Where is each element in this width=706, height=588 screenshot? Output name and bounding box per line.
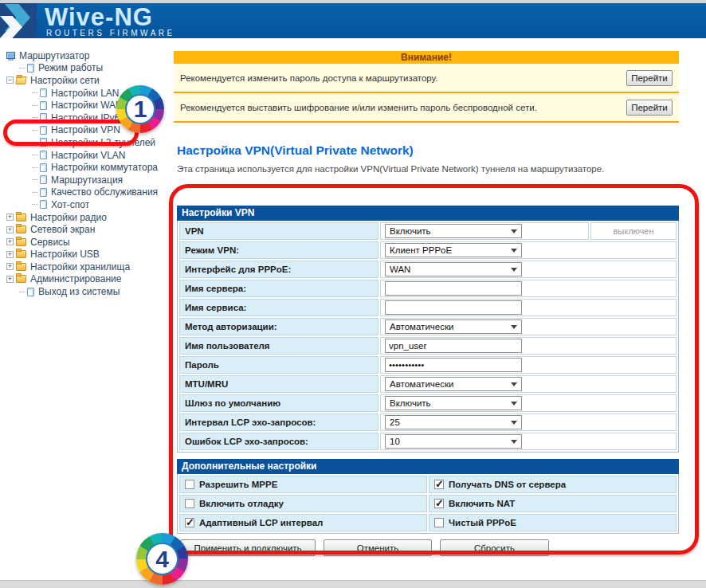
page-icon (40, 126, 47, 135)
text-input[interactable] (385, 300, 522, 315)
expand-icon[interactable]: + (6, 214, 14, 221)
field-label: Метод авторизации: (179, 318, 378, 335)
checkbox-label: Включить отладку (199, 499, 284, 508)
select-field[interactable]: Клиент PPPoE (385, 243, 522, 257)
sidebar-item[interactable]: −Настройки сети (5, 74, 172, 87)
expand-icon[interactable]: + (6, 276, 14, 283)
form-row: Имя сервера: (179, 280, 677, 297)
text-input[interactable] (385, 281, 522, 296)
tree-connector (32, 105, 38, 106)
expand-icon[interactable]: + (6, 251, 14, 258)
sidebar-tree: МаршрутизаторРежим работы−Настройки сети… (5, 49, 172, 298)
sidebar-item-label: Настройки сети (30, 75, 100, 86)
text-input[interactable] (385, 339, 522, 353)
chevron-down-icon (511, 249, 517, 253)
chevron-down-icon (511, 325, 517, 329)
select-field[interactable]: 25 (385, 415, 522, 429)
checkbox-checked-icon[interactable] (434, 499, 444, 508)
tree-connector (32, 179, 38, 180)
checkbox-cell: Получать DNS от сервера (429, 476, 677, 493)
logo-title: Wive-NG (45, 3, 153, 32)
page-icon (40, 188, 47, 197)
sidebar-item-label: Настройки радио (30, 212, 107, 223)
computer-icon (6, 52, 15, 59)
field-value-cell: Включить (380, 222, 589, 240)
tree-connector (32, 167, 38, 168)
sidebar-item-label: Настройки хранилища (30, 261, 130, 272)
select-field[interactable]: WAN (385, 262, 522, 276)
sidebar-item[interactable]: Режим работы (5, 62, 172, 75)
checkbox-label: Чистый PPPoE (449, 518, 516, 527)
sidebar-item[interactable]: Качество обслуживания (5, 186, 172, 199)
sidebar-item-label: Хот-спот (51, 199, 89, 210)
sidebar-item[interactable]: Настройки VLAN (5, 149, 172, 162)
form-row: Метод авторизации:Автоматически (179, 318, 677, 335)
sidebar-item-label: Настройки USB (30, 249, 100, 260)
notice-title: Внимание! (174, 51, 679, 64)
field-value-cell (380, 337, 677, 355)
select-field[interactable]: Включить (385, 396, 522, 410)
select-field[interactable]: Автоматически (385, 319, 522, 334)
select-value: Автоматически (390, 322, 453, 331)
go-button[interactable]: Перейти (626, 100, 673, 116)
select-value: 10 (390, 437, 400, 446)
select-value: WAN (390, 265, 410, 274)
checkbox-unchecked-icon[interactable] (185, 480, 194, 489)
select-value: 25 (390, 417, 400, 427)
sidebar-item-label: Качество обслуживания (51, 186, 158, 198)
checkbox-unchecked-icon[interactable] (185, 499, 194, 508)
sidebar-item[interactable]: Маршрутизация (5, 174, 172, 186)
field-value-cell (380, 280, 677, 297)
sidebar-item[interactable]: +Настройки радио (5, 211, 172, 224)
sidebar-item-label: Маршрутизатор (19, 50, 89, 61)
apply-connect-button[interactable]: Применить и подключить (180, 539, 316, 556)
footer-bar (0, 580, 706, 588)
extra-section-header: Дополнительные настройки (177, 459, 679, 474)
sidebar-item[interactable]: Настройки VPN (5, 124, 172, 137)
select-value: Автоматически (390, 379, 453, 389)
chevron-down-icon (511, 382, 517, 386)
sidebar-item-label: Режим работы (38, 62, 103, 73)
expand-icon[interactable]: + (6, 238, 14, 245)
text-input[interactable] (385, 358, 522, 372)
form-row: Ошибок LCP эхо-запросов:10 (179, 433, 677, 450)
checkbox-unchecked-icon[interactable] (434, 518, 444, 527)
select-field[interactable]: Включить (385, 224, 522, 238)
checkbox-cell: Разрешить MPPE (179, 476, 427, 493)
sidebar-item[interactable]: Настройки коммутатора (5, 161, 172, 174)
sidebar-item[interactable]: Настройки LAN (5, 87, 172, 100)
sidebar-item[interactable]: +Настройки USB (5, 249, 172, 261)
sidebar-item[interactable]: +Администрирование (5, 273, 172, 286)
collapse-icon[interactable]: − (6, 76, 14, 84)
form-row: Интервал LCP эхо-запросов:25 (179, 414, 677, 431)
sidebar-item-label: Маршрутизация (51, 174, 123, 186)
checkbox-cell: Включить отладку (179, 495, 427, 512)
expand-icon[interactable]: + (6, 226, 14, 233)
field-value-cell: 25 (380, 414, 677, 431)
sidebar-item[interactable]: +Настройки хранилища (5, 261, 172, 273)
expand-icon[interactable]: + (6, 263, 14, 270)
logo-subtitle: ROUTERS FIRMWARE (46, 29, 175, 37)
sidebar-item[interactable]: Настройки WAN (5, 99, 172, 112)
sidebar-item[interactable]: +Сервисы (5, 236, 172, 249)
sidebar-item[interactable]: +Сетевой экран (5, 223, 172, 236)
sidebar-item[interactable]: Настройки L2-туннелей (5, 136, 172, 149)
reset-button[interactable]: Сбросить (440, 539, 549, 556)
cancel-button[interactable]: Отменить (324, 539, 432, 556)
checkbox-checked-icon[interactable] (434, 480, 444, 489)
sidebar-item[interactable]: Хот-спот (5, 198, 172, 211)
go-button[interactable]: Перейти (626, 70, 673, 86)
sidebar-item[interactable]: Маршрутизатор (5, 49, 172, 62)
select-field[interactable]: Автоматически (385, 377, 522, 391)
page-icon (40, 151, 47, 159)
page-icon (40, 163, 47, 172)
sidebar-item[interactable]: Выход из системы (5, 285, 172, 298)
page-icon (40, 200, 47, 209)
chevron-down-icon (511, 402, 517, 406)
field-label: Имя пользователя (179, 337, 378, 355)
select-field[interactable]: 10 (385, 434, 522, 449)
sidebar-item[interactable]: Настройки IPv6 (5, 112, 172, 124)
checkbox-checked-icon[interactable] (185, 518, 194, 527)
sidebar-item-label: Выход из системы (38, 286, 120, 297)
sidebar-item-label: Настройки VLAN (51, 150, 126, 161)
